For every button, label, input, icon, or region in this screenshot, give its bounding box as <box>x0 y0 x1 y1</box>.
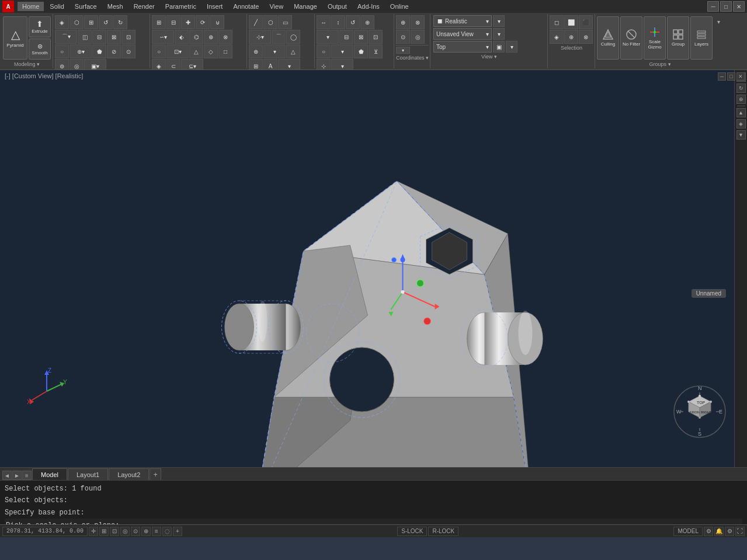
menu-item-manage[interactable]: Manage <box>289 2 322 11</box>
se-btn-3[interactable]: ✚ <box>181 15 195 29</box>
culling-button[interactable]: Culling <box>597 16 619 60</box>
tb-btn-10[interactable]: ⊡ <box>121 30 135 44</box>
menu-item-insert[interactable]: Insert <box>202 2 228 11</box>
slock-button[interactable]: S-LOCK <box>397 527 427 536</box>
view-cube[interactable]: N S E W TOP FRONT RIGHT <box>673 385 726 438</box>
smooth-object-button[interactable]: ⊛ Smooth <box>29 39 51 60</box>
tab-layout2[interactable]: Layout2 <box>109 468 149 480</box>
mod-btn-11[interactable]: ⬟ <box>354 44 368 58</box>
se-btn-10[interactable]: ⊗ <box>218 30 232 44</box>
tb-btn-1[interactable]: ◈ <box>55 15 69 29</box>
tb-btn-18[interactable]: ▣▾ <box>84 59 106 70</box>
view-dropdown-1[interactable]: 🔲 Realistic ▾ <box>433 15 492 27</box>
group-button[interactable]: Group <box>667 16 689 60</box>
menu-item-render[interactable]: Render <box>129 2 159 11</box>
model-label[interactable]: MODEL <box>673 527 703 536</box>
coord-expand[interactable]: ▾ <box>396 47 410 54</box>
grid-icon[interactable]: ⊞ <box>99 527 109 536</box>
se-btn-4[interactable]: ⟳ <box>196 15 210 29</box>
tb-btn-2[interactable]: ⬡ <box>70 15 84 29</box>
tab-layout1[interactable]: Layout1 <box>68 468 108 480</box>
view-more-btn2[interactable]: ▾ <box>493 28 505 40</box>
mod-btn-3[interactable]: ↺ <box>346 15 360 29</box>
se-btn-13[interactable]: △ <box>189 44 203 58</box>
mod-btn-4[interactable]: ⊕ <box>360 15 374 29</box>
tb-btn-15[interactable]: ⊙ <box>121 44 135 58</box>
coord-btn-2[interactable]: ⊗ <box>411 15 425 29</box>
tb-btn-3[interactable]: ⊞ <box>84 15 98 29</box>
notification-icon[interactable]: 🔔 <box>714 527 724 536</box>
mod-btn-5[interactable]: ▾ <box>317 30 339 44</box>
sel-btn-6[interactable]: ⊗ <box>579 30 593 44</box>
draw-btn-12[interactable]: ▾ <box>278 59 300 70</box>
nav-arrow-down[interactable]: ▼ <box>736 130 746 140</box>
top-view-dropdown[interactable]: Top ▾ <box>433 41 492 53</box>
se-btn-16[interactable]: ◈ <box>152 59 166 70</box>
draw-btn-2[interactable]: ⬡ <box>263 15 277 29</box>
nav-arrows-horiz[interactable]: ◈ <box>736 119 746 128</box>
menu-item-output[interactable]: Output <box>323 2 352 11</box>
sel-btn-3[interactable]: ⬛ <box>579 15 593 29</box>
scale-gizmo-button[interactable]: Scale Gizmo <box>644 16 666 60</box>
coord-btn-4[interactable]: ◎ <box>411 30 425 44</box>
draw-btn-7[interactable]: ⊕ <box>249 44 263 58</box>
draw-btn-1[interactable]: ╱ <box>249 15 263 29</box>
viewport-maximize[interactable]: □ <box>727 72 735 81</box>
polar-icon[interactable]: ◎ <box>120 527 130 536</box>
draw-btn-3[interactable]: ▭ <box>278 15 292 29</box>
tb-btn-6[interactable]: ⌒▾ <box>55 30 77 44</box>
view-extra-btn[interactable]: ▣ <box>493 41 505 53</box>
tb-btn-17[interactable]: ◎ <box>70 59 84 70</box>
layers-button[interactable]: Layers <box>690 16 713 60</box>
tb-btn-16[interactable]: ⊚ <box>55 59 69 70</box>
se-btn-18[interactable]: ⊆▾ <box>181 59 203 70</box>
plus-icon[interactable]: + <box>173 527 182 536</box>
coord-btn-1[interactable]: ⊕ <box>396 15 410 29</box>
settings-icon[interactable]: ⚙ <box>725 527 734 536</box>
transparency-icon[interactable]: ◌ <box>162 527 172 536</box>
se-btn-15[interactable]: □ <box>218 44 232 58</box>
sel-btn-4[interactable]: ◈ <box>550 30 564 44</box>
view-extra-btn2[interactable]: ▾ <box>506 41 517 53</box>
mod-btn-12[interactable]: ⊻ <box>369 44 383 58</box>
sel-btn-2[interactable]: ⬜ <box>564 15 578 29</box>
mod-btn-9[interactable]: ○ <box>317 44 331 58</box>
se-btn-12[interactable]: ⊡▾ <box>166 44 189 58</box>
se-btn-1[interactable]: ⊞ <box>152 15 166 29</box>
lineweight-icon[interactable]: ≡ <box>152 527 161 536</box>
tab-nav-prev[interactable]: ◄ <box>2 471 12 480</box>
menu-item-parametric[interactable]: Parametric <box>161 2 201 11</box>
tb-btn-12[interactable]: ⊕▾ <box>70 44 92 58</box>
otrack-icon[interactable]: ⊕ <box>141 527 151 536</box>
menu-item-home[interactable]: Home <box>18 2 44 11</box>
rlock-button[interactable]: R-LOCK <box>428 527 458 536</box>
se-btn-7[interactable]: ⬖ <box>175 30 189 44</box>
osnap-icon[interactable]: ⊙ <box>131 527 140 536</box>
menu-item-solid[interactable]: Solid <box>45 2 68 11</box>
mod-btn-10[interactable]: ▾ <box>331 44 353 58</box>
menu-item-annotate[interactable]: Annotate <box>228 2 263 11</box>
pyramid-button[interactable]: △ Pyramid <box>3 16 27 60</box>
viewport-close[interactable]: ✕ <box>736 72 745 81</box>
menu-item-surface[interactable]: Surface <box>70 2 102 11</box>
tb-btn-5[interactable]: ↻ <box>113 15 127 29</box>
tb-btn-11[interactable]: ○ <box>55 44 69 58</box>
viewport-minimize[interactable]: ─ <box>718 72 726 81</box>
tab-add[interactable]: + <box>150 468 161 480</box>
viewport[interactable]: [-] [Custom View] [Realistic] ─ □ ✕ <box>0 70 747 467</box>
se-btn-17[interactable]: ⊂ <box>166 59 180 70</box>
mod-btn-8[interactable]: ⊡ <box>369 30 383 44</box>
se-btn-11[interactable]: ○ <box>152 44 166 58</box>
nav-orbit-btn[interactable]: ↻ <box>736 84 746 93</box>
draw-btn-6[interactable]: ◯ <box>286 30 300 44</box>
draw-btn-10[interactable]: ⊞ <box>249 59 263 70</box>
se-btn-6[interactable]: ∽▾ <box>152 30 174 44</box>
mod-btn-7[interactable]: ⊠ <box>354 30 368 44</box>
se-btn-5[interactable]: ⊎ <box>210 15 224 29</box>
ortho-icon[interactable]: ⊡ <box>110 527 119 536</box>
extrude-button[interactable]: ⬆ Extrude <box>29 16 51 37</box>
mod-btn-6[interactable]: ⊟ <box>339 30 353 44</box>
se-btn-14[interactable]: ◇ <box>204 44 218 58</box>
hardware-icon[interactable]: ⚙ <box>704 527 713 536</box>
groups-expand[interactable]: ▾ <box>714 16 723 60</box>
